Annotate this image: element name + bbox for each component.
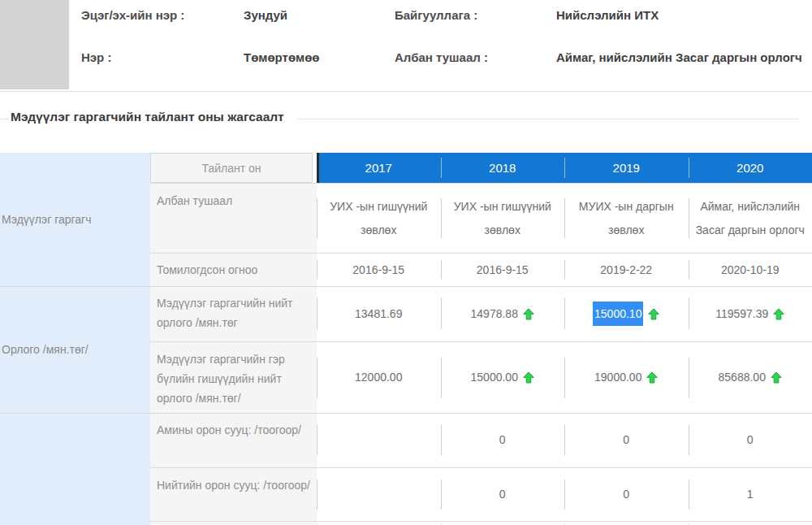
- cell-private-2017: [317, 413, 441, 467]
- cell-private-2019: 0: [564, 413, 689, 467]
- year-tab-2018[interactable]: 2018: [441, 153, 565, 183]
- cell-position-2017: УИХ -ын гишүүний зөвлөх: [317, 184, 441, 253]
- cell-income-2019-selected: 15000.10: [564, 286, 689, 341]
- row-label: Албан тушаал: [150, 184, 317, 253]
- cell-position-2018: УИХ -ын гишүүний зөвлөх: [441, 184, 565, 253]
- cell-public-2020: 1: [689, 468, 812, 521]
- increase-arrow-icon: [523, 371, 534, 384]
- group-label-property: [0, 413, 150, 525]
- section-title: Мэдүүлэг гаргагчийн тайлант оны жагсаалт: [8, 110, 297, 124]
- group-boundary-line: [0, 286, 812, 287]
- name-label: Нэр :: [81, 50, 111, 64]
- cell-private-2018: 0: [441, 413, 565, 467]
- selected-text: 15000.10: [593, 302, 643, 327]
- year-header-label: Тайлант он: [150, 153, 313, 183]
- row-label: Амины орон сууц: /тоогоор/: [150, 413, 317, 467]
- table-row-total-income: Мэдүүлэг гаргагчийн нийт орлого /мян.төг…: [150, 286, 812, 341]
- table-row-position: Албан тушаал УИХ -ын гишүүний зөвлөх УИХ…: [150, 183, 812, 253]
- increase-arrow-icon: [771, 371, 782, 384]
- cell-income-2020: 119597.39: [689, 286, 812, 341]
- table-row-partial: [150, 521, 812, 525]
- increase-arrow-icon: [523, 308, 534, 320]
- cell-date-2017: 2016-9-15: [317, 254, 441, 286]
- row-label: Мэдүүлэг гаргагчийн нийт орлого /мян.төг: [150, 286, 317, 341]
- organization-value: Нийслэлийн ИТХ: [556, 8, 659, 22]
- year-tab-2019[interactable]: 2019: [564, 153, 689, 183]
- horizontal-divider: [0, 91, 812, 92]
- table-row-private-housing: Амины орон сууц: /тоогоор/ 0 0 0: [150, 413, 812, 467]
- table-row-appointed-date: Томилогдсон огноо 2016-9-15 2016-9-15 20…: [150, 253, 812, 286]
- increase-arrow-icon: [646, 371, 658, 384]
- cell-family-income-2017: 12000.00: [317, 342, 441, 413]
- row-label: Томилогдсон огноо: [150, 254, 317, 286]
- cell-family-income-2020: 85688.00: [689, 342, 812, 413]
- increase-arrow-icon: [648, 308, 659, 320]
- cell-date-2018: 2016-9-15: [441, 254, 565, 286]
- group-label-income: Орлого /мян.төг/: [0, 286, 150, 413]
- cell-income-2018: 14978.88: [441, 286, 565, 341]
- declaration-page: Эцэг/эх-ийн нэр : Зундуй Байгууллага : Н…: [0, 0, 812, 525]
- position-value: Аймаг, нийслэлийн Засаг даргын орлогч: [556, 50, 802, 64]
- cell-position-2020: Аймаг, нийслэлийн Засаг даргын орлогч: [689, 184, 812, 253]
- cell-date-2019: 2019-2-22: [564, 254, 689, 286]
- table-rows: Албан тушаал УИХ -ын гишүүний зөвлөх УИХ…: [150, 183, 812, 525]
- year-tab-2017[interactable]: 2017: [317, 153, 441, 183]
- header-left-border: [317, 153, 319, 183]
- years-header: 2017 2018 2019 2020: [317, 153, 812, 183]
- cell-family-income-2018: 15000.00: [441, 342, 565, 413]
- row-label: Мэдүүлэг гаргагчийн гэр бүлийн гишүүдийн…: [150, 342, 317, 413]
- cell-private-2020: 0: [689, 413, 812, 467]
- father-name-label: Эцэг/эх-ийн нэр :: [81, 8, 184, 22]
- cell-public-2017: [317, 468, 441, 521]
- cell-public-2019: 0: [564, 468, 689, 521]
- photo-placeholder: [0, 0, 69, 89]
- year-tab-2020[interactable]: 2020: [689, 153, 812, 183]
- organization-label: Байгууллага :: [395, 8, 477, 22]
- row-label: [150, 522, 317, 525]
- group-boundary-line: [0, 413, 812, 414]
- section-header: Мэдүүлэг гаргагчийн тайлант оны жагсаалт: [0, 110, 812, 129]
- cell-income-2017: 13481.69: [317, 286, 441, 341]
- father-name-value: Зундуй: [244, 8, 287, 22]
- position-label: Албан тушаал :: [395, 50, 488, 64]
- cell-family-income-2019: 19000.00: [564, 342, 689, 413]
- yearly-report-table: Мэдүүлэг гаргагч Орлого /мян.төг/ Тайлан…: [0, 153, 812, 525]
- cell-date-2020: 2020-10-19: [689, 254, 812, 286]
- table-row-family-income: Мэдүүлэг гаргагчийн гэр бүлийн гишүүдийн…: [150, 341, 812, 413]
- group-label-declarant: Мэдүүлэг гаргагч: [0, 153, 150, 286]
- cell-position-2019: МУИХ -ын даргын зөвлөх: [564, 184, 689, 253]
- cell-public-2018: 0: [441, 468, 565, 521]
- name-value: Төмөртөмөө: [244, 50, 319, 64]
- row-label: Нийтийн орон сууц: /тоогоор/: [150, 468, 317, 521]
- increase-arrow-icon: [773, 308, 784, 320]
- table-row-public-housing: Нийтийн орон сууц: /тоогоор/ 0 0 1: [150, 467, 812, 521]
